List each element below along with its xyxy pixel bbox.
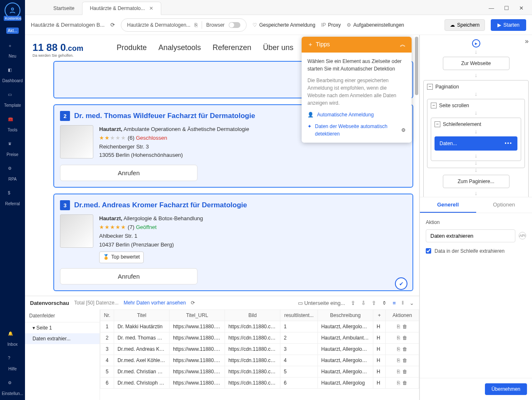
subpage-input[interactable]: ▭ Unterseite eing... [298,300,345,306]
loop-checkbox[interactable] [426,248,431,254]
nav-referenzen[interactable]: Referenzen [212,43,251,52]
edit-row-icon[interactable]: ⎘ [397,346,400,352]
verify-badge-icon[interactable]: ✔ [395,277,407,290]
nav-price[interactable]: ♛Preise [7,141,18,157]
result-card[interactable]: 3 Dr.med. Andreas Kromer Facharzt für De… [53,194,413,291]
call-button[interactable]: Anrufen [60,165,197,181]
saved-login[interactable]: ♡Gespeicherte Anmeldung [252,22,315,28]
column-header[interactable]: resultlistent... [280,310,318,321]
site-logo[interactable]: 11 88 0.com Da werden Sie geholfen. [32,42,83,53]
view-list-icon[interactable]: ≡ [392,300,396,306]
column-header[interactable]: Nr. [100,310,114,321]
download-icon[interactable]: ⇩ [361,300,366,306]
column-header[interactable]: Beschreibung [317,310,373,321]
maximize-icon[interactable]: ☐ [504,5,509,11]
auto-login-link[interactable]: 👤Automatische Anmeldung [307,111,406,118]
data-grid[interactable]: Nr.TitelTitel_URLBildresultlistent...Bes… [100,309,419,400]
edit-row-icon[interactable]: ⎘ [397,324,400,330]
collapse-icon[interactable]: ︽ [400,41,406,48]
column-header[interactable]: Titel_URL [170,310,225,321]
copy-icon[interactable]: ⎘ [195,22,197,28]
refresh-icon[interactable]: ⟳ [191,300,195,306]
action-input[interactable] [426,229,515,242]
table-row[interactable]: 4Dr.med. Axel Köhler ...https://www.1188… [100,355,419,366]
task-settings[interactable]: ⚙Aufgabeneinstellungen [347,22,404,28]
table-row[interactable]: 2Dr. med. Thomas Wil...https://www.11880… [100,332,419,344]
nav-template[interactable]: ▭Template [4,92,21,108]
update-badge[interactable]: Akt... [6,28,19,34]
tab-home[interactable]: Startseite [46,2,82,15]
nav-inbox[interactable]: 🔔Inbox [7,331,17,347]
filter-icon[interactable]: ⚱ [382,300,387,306]
nav-produkte[interactable]: Produkte [117,43,147,52]
api-icon[interactable]: API [519,232,526,239]
nav-ueberuns[interactable]: Über uns [263,43,293,52]
tree-page[interactable]: ▾ Seite 1 [25,322,100,333]
delete-row-icon[interactable]: 🗑 [402,346,407,352]
table-row[interactable]: 5Dr.med. Christian Ho...https://www.1188… [100,366,419,377]
nav-dashboard[interactable]: ◧Dashboard [2,68,23,83]
tab-options[interactable]: Optionen [476,197,532,213]
auto-detect-link[interactable]: ✦Daten der Webseite automatisch detektie… [307,123,406,138]
more-data-link[interactable]: Mehr Daten vorher ansehen [124,300,186,306]
nav-help[interactable]: ?Hilfe [8,356,17,371]
start-button[interactable]: ▶Starten [491,19,526,31]
save-button[interactable]: ☁Speichern [445,19,485,31]
column-header[interactable]: Aktionen [386,310,419,321]
more-icon[interactable]: ••• [505,141,512,146]
edit-row-icon[interactable]: ⎘ [397,357,400,363]
nav-rpa[interactable]: ⚙RPA [8,166,17,181]
column-header[interactable]: Bild [225,310,280,321]
nav-new[interactable]: ＋Neu [8,43,17,58]
delete-row-icon[interactable]: 🗑 [402,369,407,375]
nav-referral[interactable]: $Referral [5,191,20,206]
delete-row-icon[interactable]: 🗑 [402,324,407,330]
collapse-panel-icon[interactable]: ⌄ [410,300,414,306]
node-loop[interactable]: −Schleifenelement ↓ Daten...••• ↓ [431,118,521,161]
node-paginate[interactable]: Zum Paginiere... [443,175,510,188]
expand-icon[interactable]: » [525,38,529,45]
nav-analysetools[interactable]: Analysetools [158,43,201,52]
call-button[interactable]: Anrufen [60,268,197,284]
proxy-button[interactable]: IPProxy [321,22,341,28]
delete-row-icon[interactable]: 🗑 [402,357,407,363]
result-image[interactable] [60,214,93,248]
edit-row-icon[interactable]: ⎘ [397,380,400,386]
add-column-icon[interactable]: + [378,312,381,318]
upload-icon[interactable]: ⇧ [372,300,376,306]
table-row[interactable]: 3Dr.med. Andreas Kro...https://www.11880… [100,344,419,355]
gear-icon[interactable]: ⚙ [401,126,406,134]
view-grid-icon[interactable]: ⦀ [402,299,404,306]
close-window-icon[interactable]: ✕ [519,5,524,11]
result-title[interactable]: Dr. med. Thomas Wildfeuer Facharzt für D… [74,112,255,120]
preview-title: Datenvorschau [30,300,69,306]
table-row[interactable]: 6Dr.med. Christoph Di...https://www.1188… [100,377,419,389]
tree-extract[interactable]: Daten extrahier... [25,333,100,344]
node-goto-site[interactable]: Zur Webseite [443,57,510,70]
browser-toggle[interactable] [229,22,240,28]
delete-row-icon[interactable]: 🗑 [402,335,407,341]
node-extract-data[interactable]: Daten...••• [435,136,517,151]
close-icon[interactable]: ✕ [149,5,153,11]
node-scroll[interactable]: −Seite scrollen ↓ −Schleifenelement ↓ Da… [427,99,525,168]
tab-general[interactable]: Generell [420,197,476,213]
column-header[interactable]: + [373,310,386,321]
play-workflow-icon[interactable]: ▸ [472,39,480,48]
export-icon[interactable]: ⇪ [351,300,355,306]
nav-settings[interactable]: ⚙Einstellun... [2,380,23,396]
scrollbar[interactable] [415,37,418,95]
mode-pill[interactable]: Hautärzte & Dermatologen... ⎘ Browser [121,18,247,32]
nav-tools[interactable]: 🧰Tools [7,117,17,132]
delete-row-icon[interactable]: 🗑 [402,380,407,386]
column-header[interactable]: Titel [114,310,170,321]
node-pagination[interactable]: −Pagination ↓ −Seite scrollen ↓ −Schleif… [423,80,529,197]
minimize-icon[interactable]: — [489,5,494,11]
tab-task[interactable]: Hautärzte & Dermatolo...✕ [82,2,161,15]
result-title[interactable]: Dr.med. Andreas Kromer Facharzt für Derm… [74,201,247,209]
apply-button[interactable]: Übernehmen [485,383,527,395]
edit-row-icon[interactable]: ⎘ [397,335,400,341]
edit-row-icon[interactable]: ⎘ [397,369,400,375]
reload-icon[interactable]: ⟳ [110,22,115,28]
table-row[interactable]: 1Dr. Makki Hautärztinhttps://www.11880.c… [100,321,419,332]
result-image[interactable] [60,125,93,158]
